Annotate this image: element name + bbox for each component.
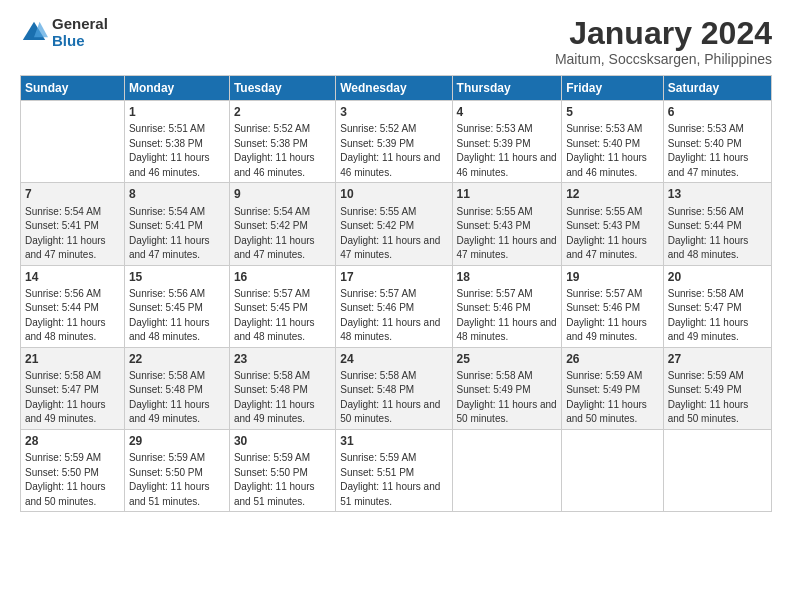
cell-3-5: 26Sunrise: 5:59 AMSunset: 5:49 PMDayligh… [562, 347, 664, 429]
cell-3-1: 22Sunrise: 5:58 AMSunset: 5:48 PMDayligh… [124, 347, 229, 429]
cell-info: Sunrise: 5:55 AMSunset: 5:43 PMDaylight:… [566, 206, 647, 261]
cell-2-3: 17Sunrise: 5:57 AMSunset: 5:46 PMDayligh… [336, 265, 452, 347]
cell-info: Sunrise: 5:56 AMSunset: 5:44 PMDaylight:… [668, 206, 749, 261]
cell-1-6: 13Sunrise: 5:56 AMSunset: 5:44 PMDayligh… [663, 183, 771, 265]
day-number: 3 [340, 104, 447, 120]
day-number: 19 [566, 269, 659, 285]
day-number: 26 [566, 351, 659, 367]
cell-info: Sunrise: 5:59 AMSunset: 5:51 PMDaylight:… [340, 452, 440, 507]
cell-3-2: 23Sunrise: 5:58 AMSunset: 5:48 PMDayligh… [229, 347, 335, 429]
page: General Blue January 2024 Maitum, Soccsk… [0, 0, 792, 522]
cell-4-1: 29Sunrise: 5:59 AMSunset: 5:50 PMDayligh… [124, 429, 229, 511]
calendar-table: Sunday Monday Tuesday Wednesday Thursday… [20, 75, 772, 512]
cell-info: Sunrise: 5:58 AMSunset: 5:48 PMDaylight:… [129, 370, 210, 425]
cell-2-2: 16Sunrise: 5:57 AMSunset: 5:45 PMDayligh… [229, 265, 335, 347]
week-row-2: 14Sunrise: 5:56 AMSunset: 5:44 PMDayligh… [21, 265, 772, 347]
main-title: January 2024 [555, 16, 772, 51]
day-number: 5 [566, 104, 659, 120]
day-number: 30 [234, 433, 331, 449]
cell-2-0: 14Sunrise: 5:56 AMSunset: 5:44 PMDayligh… [21, 265, 125, 347]
day-number: 31 [340, 433, 447, 449]
cell-0-0 [21, 101, 125, 183]
cell-0-3: 3Sunrise: 5:52 AMSunset: 5:39 PMDaylight… [336, 101, 452, 183]
header-thursday: Thursday [452, 76, 562, 101]
cell-1-2: 9Sunrise: 5:54 AMSunset: 5:42 PMDaylight… [229, 183, 335, 265]
day-number: 9 [234, 186, 331, 202]
day-number: 14 [25, 269, 120, 285]
cell-info: Sunrise: 5:57 AMSunset: 5:45 PMDaylight:… [234, 288, 315, 343]
cell-info: Sunrise: 5:58 AMSunset: 5:48 PMDaylight:… [340, 370, 440, 425]
cell-1-0: 7Sunrise: 5:54 AMSunset: 5:41 PMDaylight… [21, 183, 125, 265]
cell-info: Sunrise: 5:58 AMSunset: 5:47 PMDaylight:… [25, 370, 106, 425]
day-number: 6 [668, 104, 767, 120]
cell-3-4: 25Sunrise: 5:58 AMSunset: 5:49 PMDayligh… [452, 347, 562, 429]
cell-info: Sunrise: 5:54 AMSunset: 5:42 PMDaylight:… [234, 206, 315, 261]
day-number: 24 [340, 351, 447, 367]
cell-info: Sunrise: 5:58 AMSunset: 5:49 PMDaylight:… [457, 370, 557, 425]
day-number: 29 [129, 433, 225, 449]
cell-4-3: 31Sunrise: 5:59 AMSunset: 5:51 PMDayligh… [336, 429, 452, 511]
cell-info: Sunrise: 5:59 AMSunset: 5:50 PMDaylight:… [129, 452, 210, 507]
logo-general-text: General [52, 16, 108, 33]
cell-info: Sunrise: 5:56 AMSunset: 5:44 PMDaylight:… [25, 288, 106, 343]
cell-4-4 [452, 429, 562, 511]
day-number: 13 [668, 186, 767, 202]
day-number: 22 [129, 351, 225, 367]
cell-3-3: 24Sunrise: 5:58 AMSunset: 5:48 PMDayligh… [336, 347, 452, 429]
day-number: 11 [457, 186, 558, 202]
header-saturday: Saturday [663, 76, 771, 101]
cell-4-6 [663, 429, 771, 511]
cell-info: Sunrise: 5:57 AMSunset: 5:46 PMDaylight:… [340, 288, 440, 343]
cell-info: Sunrise: 5:54 AMSunset: 5:41 PMDaylight:… [25, 206, 106, 261]
cell-info: Sunrise: 5:54 AMSunset: 5:41 PMDaylight:… [129, 206, 210, 261]
cell-info: Sunrise: 5:59 AMSunset: 5:50 PMDaylight:… [234, 452, 315, 507]
cell-1-1: 8Sunrise: 5:54 AMSunset: 5:41 PMDaylight… [124, 183, 229, 265]
cell-1-5: 12Sunrise: 5:55 AMSunset: 5:43 PMDayligh… [562, 183, 664, 265]
cell-2-4: 18Sunrise: 5:57 AMSunset: 5:46 PMDayligh… [452, 265, 562, 347]
subtitle: Maitum, Soccsksargen, Philippines [555, 51, 772, 67]
week-row-0: 1Sunrise: 5:51 AMSunset: 5:38 PMDaylight… [21, 101, 772, 183]
day-number: 4 [457, 104, 558, 120]
cell-info: Sunrise: 5:59 AMSunset: 5:49 PMDaylight:… [566, 370, 647, 425]
week-row-4: 28Sunrise: 5:59 AMSunset: 5:50 PMDayligh… [21, 429, 772, 511]
cell-info: Sunrise: 5:59 AMSunset: 5:50 PMDaylight:… [25, 452, 106, 507]
logo-text: General Blue [52, 16, 108, 49]
day-number: 23 [234, 351, 331, 367]
cell-info: Sunrise: 5:53 AMSunset: 5:39 PMDaylight:… [457, 123, 557, 178]
header-friday: Friday [562, 76, 664, 101]
day-number: 8 [129, 186, 225, 202]
day-number: 25 [457, 351, 558, 367]
cell-info: Sunrise: 5:55 AMSunset: 5:42 PMDaylight:… [340, 206, 440, 261]
day-number: 1 [129, 104, 225, 120]
cell-0-5: 5Sunrise: 5:53 AMSunset: 5:40 PMDaylight… [562, 101, 664, 183]
cell-info: Sunrise: 5:53 AMSunset: 5:40 PMDaylight:… [668, 123, 749, 178]
cell-1-4: 11Sunrise: 5:55 AMSunset: 5:43 PMDayligh… [452, 183, 562, 265]
day-number: 17 [340, 269, 447, 285]
day-number: 10 [340, 186, 447, 202]
cell-0-1: 1Sunrise: 5:51 AMSunset: 5:38 PMDaylight… [124, 101, 229, 183]
cell-info: Sunrise: 5:56 AMSunset: 5:45 PMDaylight:… [129, 288, 210, 343]
day-number: 28 [25, 433, 120, 449]
cell-4-5 [562, 429, 664, 511]
logo-blue-text: Blue [52, 33, 108, 50]
day-number: 27 [668, 351, 767, 367]
cell-info: Sunrise: 5:57 AMSunset: 5:46 PMDaylight:… [566, 288, 647, 343]
header-wednesday: Wednesday [336, 76, 452, 101]
cell-info: Sunrise: 5:52 AMSunset: 5:39 PMDaylight:… [340, 123, 440, 178]
cell-4-2: 30Sunrise: 5:59 AMSunset: 5:50 PMDayligh… [229, 429, 335, 511]
cell-info: Sunrise: 5:52 AMSunset: 5:38 PMDaylight:… [234, 123, 315, 178]
day-number: 7 [25, 186, 120, 202]
cell-0-2: 2Sunrise: 5:52 AMSunset: 5:38 PMDaylight… [229, 101, 335, 183]
cell-info: Sunrise: 5:58 AMSunset: 5:47 PMDaylight:… [668, 288, 749, 343]
cell-info: Sunrise: 5:55 AMSunset: 5:43 PMDaylight:… [457, 206, 557, 261]
week-row-3: 21Sunrise: 5:58 AMSunset: 5:47 PMDayligh… [21, 347, 772, 429]
cell-3-0: 21Sunrise: 5:58 AMSunset: 5:47 PMDayligh… [21, 347, 125, 429]
week-row-1: 7Sunrise: 5:54 AMSunset: 5:41 PMDaylight… [21, 183, 772, 265]
cell-3-6: 27Sunrise: 5:59 AMSunset: 5:49 PMDayligh… [663, 347, 771, 429]
day-number: 18 [457, 269, 558, 285]
day-number: 15 [129, 269, 225, 285]
title-block: January 2024 Maitum, Soccsksargen, Phili… [555, 16, 772, 67]
day-number: 20 [668, 269, 767, 285]
cell-0-6: 6Sunrise: 5:53 AMSunset: 5:40 PMDaylight… [663, 101, 771, 183]
day-number: 16 [234, 269, 331, 285]
